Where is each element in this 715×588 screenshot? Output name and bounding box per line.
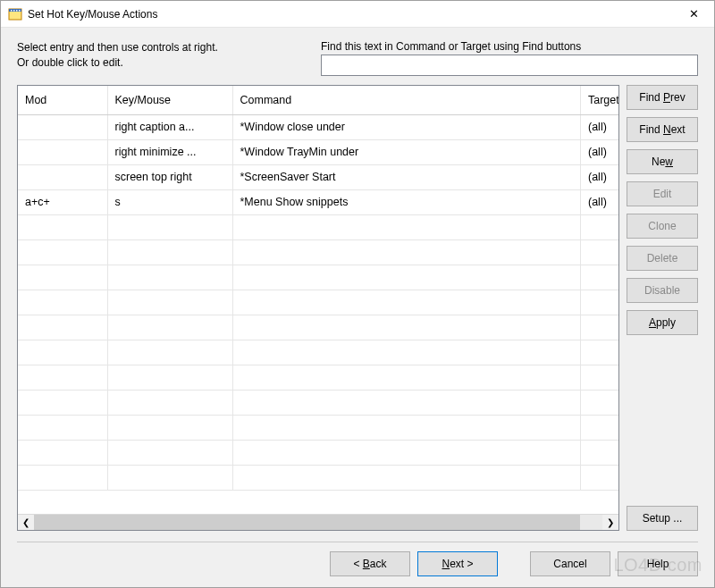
help-button[interactable]: Help	[618, 551, 698, 576]
instructions: Select entry and then use controls at ri…	[17, 40, 285, 76]
cancel-button[interactable]: Cancel	[530, 551, 610, 576]
table-row[interactable]: right caption a... *Window close under (…	[18, 114, 618, 139]
hotkey-table[interactable]: Mod Key/Mouse Command Target right capti…	[18, 86, 618, 491]
find-prev-button[interactable]: Find Prev	[627, 85, 698, 110]
spacer	[627, 342, 698, 499]
scroll-track[interactable]	[34, 515, 602, 530]
table-row-empty[interactable]	[18, 290, 618, 315]
table-row-empty[interactable]	[18, 265, 618, 290]
table-row-empty[interactable]	[18, 390, 618, 415]
close-button[interactable]: ✕	[674, 1, 714, 27]
wizard-buttons: < Back Next > Cancel Help	[17, 551, 698, 576]
instructions-line2: Or double click to edit.	[17, 55, 285, 71]
table-row-empty[interactable]	[18, 365, 618, 390]
find-label: Find this text in Command or Target usin…	[321, 40, 698, 53]
scroll-left-arrow[interactable]: ❮	[18, 515, 34, 530]
side-button-column: Find Prev Find Next New Edit Clone Delet…	[627, 85, 698, 531]
cell-mod	[18, 114, 107, 139]
setup-button[interactable]: Setup ...	[627, 506, 698, 531]
col-key[interactable]: Key/Mouse	[107, 86, 232, 114]
cell-target: (all)	[581, 164, 619, 189]
disable-button[interactable]: Disable	[627, 278, 698, 303]
find-input[interactable]	[321, 55, 698, 76]
delete-button[interactable]: Delete	[627, 246, 698, 271]
titlebar: Set Hot Key/Mouse Actions ✕	[1, 1, 714, 28]
scroll-thumb[interactable]	[34, 515, 580, 530]
mid-row: Mod Key/Mouse Command Target right capti…	[17, 85, 698, 531]
cell-key: right caption a...	[107, 114, 232, 139]
window-title: Set Hot Key/Mouse Actions	[28, 8, 674, 21]
back-button[interactable]: < Back	[330, 551, 410, 576]
col-command[interactable]: Command	[232, 86, 581, 114]
hotkey-table-scroll: Mod Key/Mouse Command Target right capti…	[18, 86, 618, 514]
cell-mod: a+c+	[18, 189, 107, 214]
col-target[interactable]: Target	[581, 86, 619, 114]
cell-target: (all)	[581, 139, 619, 164]
cell-command: *ScreenSaver Start	[232, 164, 581, 189]
svg-rect-3	[13, 10, 15, 12]
table-row-empty[interactable]	[18, 415, 618, 440]
client-area: Select entry and then use controls at ri…	[1, 28, 714, 587]
apply-button[interactable]: Apply	[627, 310, 698, 335]
new-button[interactable]: New	[627, 149, 698, 174]
cell-command: *Menu Show snippets	[232, 189, 581, 214]
col-mod[interactable]: Mod	[18, 86, 107, 114]
table-row-empty[interactable]	[18, 239, 618, 265]
close-icon: ✕	[689, 7, 699, 21]
find-column: Find this text in Command or Target usin…	[321, 40, 698, 76]
cell-target: (all)	[581, 189, 619, 214]
cell-key: s	[107, 189, 232, 214]
table-row-empty[interactable]	[18, 214, 618, 239]
table-row-empty[interactable]	[18, 340, 618, 365]
table-row[interactable]: a+c+ s *Menu Show snippets (all)	[18, 189, 618, 214]
cell-command: *Window close under	[232, 114, 581, 139]
cell-key: screen top right	[107, 164, 232, 189]
hotkey-table-container: Mod Key/Mouse Command Target right capti…	[17, 85, 619, 531]
table-row-empty[interactable]	[18, 465, 618, 490]
dialog-window: Set Hot Key/Mouse Actions ✕ Select entry…	[0, 0, 715, 588]
table-row-empty[interactable]	[18, 315, 618, 340]
horizontal-scrollbar[interactable]: ❮ ❯	[18, 514, 618, 530]
separator	[17, 542, 698, 542]
instructions-line1: Select entry and then use controls at ri…	[17, 40, 285, 55]
edit-button[interactable]: Edit	[627, 181, 698, 206]
clone-button[interactable]: Clone	[627, 214, 698, 239]
app-icon	[8, 7, 22, 21]
cell-target: (all)	[581, 114, 619, 139]
cell-mod	[18, 164, 107, 189]
table-row[interactable]: screen top right *ScreenSaver Start (all…	[18, 164, 618, 189]
cell-mod	[18, 139, 107, 164]
svg-rect-5	[19, 10, 21, 12]
top-row: Select entry and then use controls at ri…	[17, 40, 698, 76]
table-header-row: Mod Key/Mouse Command Target	[18, 86, 618, 114]
table-row-empty[interactable]	[18, 440, 618, 465]
cell-key: right minimize ...	[107, 139, 232, 164]
scroll-right-arrow[interactable]: ❯	[602, 515, 618, 530]
svg-rect-4	[16, 10, 18, 12]
table-body: right caption a... *Window close under (…	[18, 114, 618, 490]
next-button[interactable]: Next >	[417, 551, 498, 576]
cell-command: *Window TrayMin under	[232, 139, 581, 164]
svg-rect-2	[11, 10, 13, 12]
table-row[interactable]: right minimize ... *Window TrayMin under…	[18, 139, 618, 164]
gap	[505, 551, 523, 576]
find-next-button[interactable]: Find Next	[627, 117, 698, 142]
